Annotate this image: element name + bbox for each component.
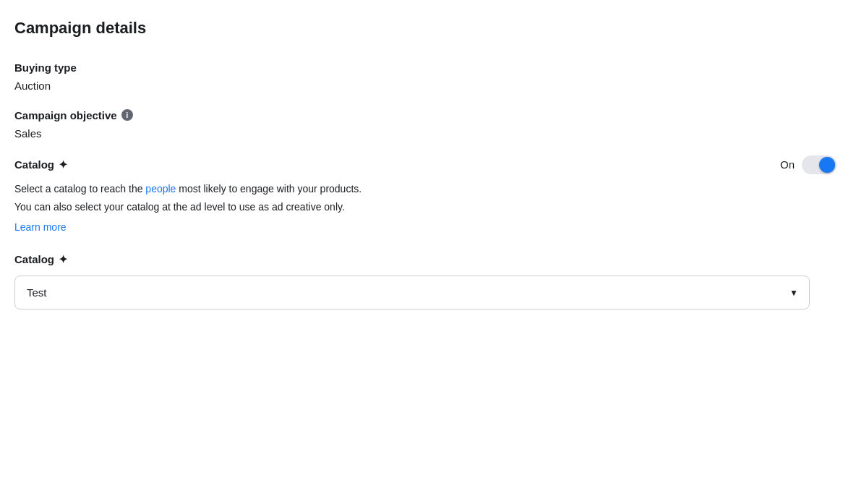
people-link[interactable]: people — [145, 183, 176, 195]
catalog-toggle[interactable] — [802, 155, 837, 174]
catalog-description-line2: You can also select your catalog at the … — [14, 200, 837, 215]
campaign-objective-label: Campaign objective i — [14, 108, 837, 123]
catalog-dropdown[interactable]: Test — [14, 276, 810, 309]
catalog-toggle-label: Catalog ✦ — [14, 157, 68, 172]
catalog-toggle-row: Catalog ✦ On — [14, 155, 837, 174]
catalog-select-sparkle-icon: ✦ — [59, 252, 68, 267]
catalog-select-section: Catalog ✦ Test ▼ — [14, 252, 837, 309]
campaign-objective-section: Campaign objective i Sales — [14, 108, 837, 141]
buying-type-value: Auction — [14, 78, 837, 93]
catalog-description-line1: Select a catalog to reach the people mos… — [14, 181, 837, 197]
campaign-objective-value: Sales — [14, 126, 837, 141]
catalog-select-label: Catalog ✦ — [14, 252, 837, 267]
catalog-toggle-section: Catalog ✦ On Select a catalog to reach t… — [14, 155, 837, 235]
learn-more-link[interactable]: Learn more — [14, 221, 67, 235]
buying-type-label: Buying type — [14, 60, 837, 75]
toggle-track — [802, 155, 837, 174]
catalog-sparkle-icon: ✦ — [59, 157, 68, 172]
page-title: Campaign details — [14, 17, 837, 40]
toggle-state-label: On — [780, 157, 795, 172]
campaign-objective-info-icon[interactable]: i — [121, 109, 133, 121]
toggle-thumb — [819, 157, 835, 173]
catalog-dropdown-container: Test ▼ — [14, 276, 810, 309]
buying-type-section: Buying type Auction — [14, 60, 837, 93]
toggle-container: On — [780, 155, 837, 174]
